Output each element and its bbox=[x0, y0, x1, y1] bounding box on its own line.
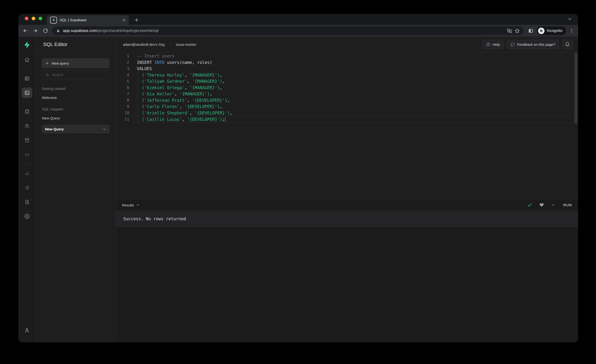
fullscreen-window-button[interactable] bbox=[39, 17, 42, 20]
browser-menu-button[interactable] bbox=[568, 27, 575, 35]
url-domain: app.supabase.com bbox=[63, 28, 97, 33]
url-bar[interactable]: app.supabase.com/project/azahtnhqohyjerz… bbox=[52, 26, 523, 35]
breadcrumb-project[interactable]: issue-tracker bbox=[176, 42, 196, 46]
close-window-button[interactable] bbox=[25, 17, 28, 20]
tab-close-icon[interactable] bbox=[122, 18, 126, 22]
code-line[interactable]: 3VALUES bbox=[116, 66, 578, 72]
code-text: ('Ezekiel Ortega', '{MANAGER}'), bbox=[129, 85, 222, 90]
new-query-button[interactable]: New query bbox=[42, 58, 109, 68]
supabase-logo-icon[interactable] bbox=[22, 40, 32, 50]
results-output: Success. No rows returned bbox=[116, 210, 578, 227]
code-line[interactable]: 5 ('Taliyah Gardner', '{MANAGER}'), bbox=[116, 78, 578, 85]
sql-code-editor[interactable]: 1-- Insert users2INSERT INTO users(name,… bbox=[116, 52, 578, 199]
code-line[interactable]: 6 ('Ezekiel Ortega', '{MANAGER}'), bbox=[116, 85, 578, 91]
auth-icon bbox=[24, 123, 30, 129]
section-label: SQL snippets bbox=[42, 107, 109, 111]
code-line[interactable]: 1-- Insert users bbox=[116, 53, 578, 59]
browser-window: SQL | Supabase app.supabase.com/project/… bbox=[18, 14, 578, 342]
rail-item-table-editor[interactable] bbox=[22, 73, 32, 84]
rail-divider bbox=[23, 69, 31, 69]
rail-item-settings[interactable] bbox=[22, 211, 32, 222]
help-button[interactable]: Help bbox=[482, 40, 504, 49]
database-icon bbox=[24, 109, 30, 114]
favorite-heart-icon[interactable] bbox=[539, 203, 544, 207]
code-text: ('Arielle Shepherd', '{DEVELOPER}'), bbox=[129, 111, 232, 115]
search-input[interactable] bbox=[52, 73, 106, 77]
line-number: 7 bbox=[116, 92, 129, 96]
breadcrumb-separator: / bbox=[170, 42, 171, 46]
line-number: 11 bbox=[116, 117, 129, 122]
browser-tab[interactable]: SQL | Supabase bbox=[47, 15, 129, 25]
rail-item-logs[interactable] bbox=[22, 182, 32, 193]
incognito-label: Incognito bbox=[547, 29, 562, 33]
line-number: 2 bbox=[116, 60, 129, 65]
main-area: adam@windmill.dev's Org / issue-tracker … bbox=[116, 37, 578, 342]
chevron-down-icon bbox=[136, 203, 140, 207]
run-button[interactable]: RUN bbox=[563, 203, 572, 207]
feedback-button[interactable]: Feedback on this page? bbox=[507, 40, 559, 49]
panel-body: New query Getting startedWelcomeSQL snip… bbox=[36, 52, 116, 134]
sql-editor-panel: SQL Editor New query Getting startedWelc… bbox=[36, 37, 116, 342]
code-text: -- Insert users bbox=[129, 54, 174, 58]
sidebar-item-new-query[interactable]: New Query bbox=[42, 116, 109, 120]
section-label: Getting started bbox=[42, 87, 109, 91]
line-number: 9 bbox=[116, 104, 129, 109]
sidebar-item-welcome[interactable]: Welcome bbox=[42, 96, 109, 100]
code-line[interactable]: 2INSERT INTO users(name, roles) bbox=[116, 59, 578, 66]
sidebar-item-label: New Query bbox=[42, 116, 60, 120]
eye-off-icon[interactable] bbox=[507, 28, 512, 33]
logs-icon bbox=[24, 185, 30, 190]
panel-header: SQL Editor bbox=[36, 37, 116, 52]
results-bar: Results RUN bbox=[116, 199, 578, 210]
sidebar-item-new-query[interactable]: New Query bbox=[42, 125, 109, 134]
rail-item-api-docs[interactable] bbox=[22, 197, 32, 207]
incognito-badge[interactable]: Incognito bbox=[537, 26, 566, 35]
reload-button[interactable] bbox=[41, 27, 49, 35]
success-check-icon bbox=[527, 203, 532, 208]
rail-item-storage[interactable] bbox=[22, 135, 32, 145]
results-empty-area bbox=[116, 227, 578, 342]
reports-icon bbox=[24, 171, 30, 176]
user-icon bbox=[24, 328, 30, 333]
rail-item-sql-editor[interactable] bbox=[22, 88, 32, 98]
rail-item-account[interactable] bbox=[22, 325, 32, 336]
new-tab-button[interactable] bbox=[134, 17, 139, 23]
results-dropdown[interactable]: Results bbox=[122, 203, 140, 207]
breadcrumb-org[interactable]: adam@windmill.dev's Org bbox=[123, 42, 164, 46]
code-line[interactable]: 4 ('Theresa Hurley', '{MANAGER}'), bbox=[116, 72, 578, 78]
minimize-window-button[interactable] bbox=[32, 17, 35, 20]
code-line[interactable]: 9 ('Carlo Flores', '{DEVELOPER}'), bbox=[116, 104, 578, 110]
nav-rail bbox=[18, 37, 36, 342]
page-title: SQL Editor bbox=[43, 41, 67, 47]
code-text: ('Jefferson Pratt', '{DEVELOPER}'), bbox=[129, 98, 230, 103]
back-button[interactable] bbox=[21, 27, 29, 35]
rail-item-database[interactable] bbox=[22, 106, 32, 117]
chevron-down-icon[interactable] bbox=[103, 127, 106, 131]
code-line[interactable]: 8 ('Jefferson Pratt', '{DEVELOPER}'), bbox=[116, 97, 578, 104]
status-message: Success. No rows returned bbox=[123, 216, 186, 221]
text-cursor bbox=[225, 117, 226, 122]
search-box bbox=[42, 70, 109, 79]
editor-scrollbar[interactable] bbox=[574, 53, 577, 124]
forward-button[interactable] bbox=[31, 27, 39, 35]
rail-divider bbox=[23, 102, 31, 102]
rail-item-functions[interactable] bbox=[22, 149, 32, 160]
code-line[interactable]: 11 ('Caitlin Lucas', '{DEVELOPER}'); bbox=[116, 116, 578, 123]
run-options-chevron[interactable] bbox=[551, 203, 555, 207]
code-line[interactable]: 10 ('Arielle Shepherd', '{DEVELOPER}'), bbox=[116, 110, 578, 116]
rail-item-reports[interactable] bbox=[22, 168, 32, 178]
line-number: 6 bbox=[116, 85, 129, 90]
bookmark-star-icon[interactable] bbox=[515, 28, 520, 33]
rail-item-home[interactable] bbox=[22, 54, 32, 65]
functions-icon bbox=[24, 152, 30, 157]
results-label: Results bbox=[122, 203, 134, 207]
bell-icon bbox=[565, 42, 570, 47]
rail-item-auth[interactable] bbox=[22, 121, 32, 131]
notifications-button[interactable] bbox=[562, 40, 573, 49]
code-line[interactable]: 7 ('Gia Keller', '{MANAGER}'), bbox=[116, 91, 578, 97]
supabase-app: SQL Editor New query Getting startedWelc… bbox=[18, 37, 578, 342]
code-text: ('Carlo Flores', '{DEVELOPER}'), bbox=[129, 104, 222, 109]
side-panel-button[interactable] bbox=[526, 27, 535, 35]
tab-search-chevron-button[interactable] bbox=[568, 17, 572, 21]
tab-title: SQL | Supabase bbox=[60, 18, 120, 22]
